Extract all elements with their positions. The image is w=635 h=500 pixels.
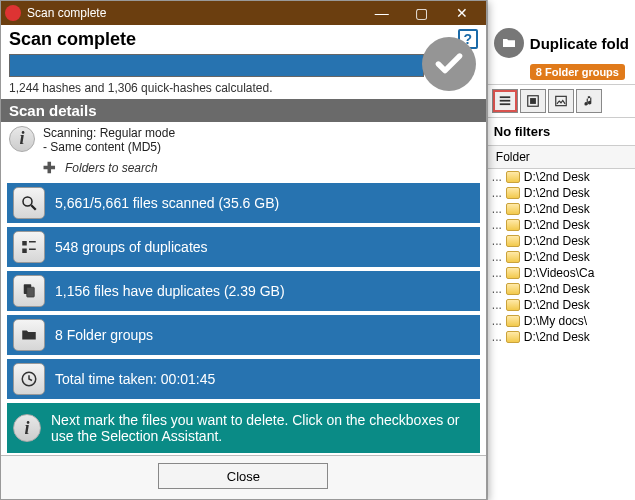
folders-to-search-row[interactable]: ✚ Folders to search [1,158,486,181]
minimize-button[interactable]: — [362,2,402,24]
stat-total-time-label: Total time taken: 00:01:45 [55,371,215,387]
view-grid-button[interactable] [520,89,546,113]
list-item[interactable]: ...D:\2nd Desk [488,169,635,185]
folder-icon [506,331,520,343]
folder-path: D:\2nd Desk [524,234,590,248]
svg-rect-5 [29,249,36,251]
view-list-button[interactable] [492,89,518,113]
folders-to-search-label: Folders to search [65,161,158,175]
svg-rect-10 [500,100,511,102]
right-panel-title: Duplicate fold [530,35,629,52]
folder-path: D:\2nd Desk [524,250,590,264]
groups-icon [13,231,45,263]
stat-groups-label: 548 groups of duplicates [55,239,208,255]
folder-icon [13,319,45,351]
folder-icon [506,267,520,279]
folder-icon [506,235,520,247]
stat-groups[interactable]: 548 groups of duplicates [7,227,480,267]
titlebar: Scan complete — ▢ ✕ [1,1,486,25]
scan-mode-info: i Scanning: Regular mode - Same content … [1,122,486,158]
scan-complete-dialog: Scan complete — ▢ ✕ Scan complete ? 1,24… [0,0,487,500]
list-header-folder[interactable]: Folder [488,146,635,169]
folder-path: D:\2nd Desk [524,282,590,296]
folder-path: D:\2nd Desk [524,330,590,344]
svg-rect-2 [22,241,27,246]
hash-info: 1,244 hashes and 1,306 quick-hashes calc… [1,79,486,99]
list-item[interactable]: ...D:\Videos\Ca [488,265,635,281]
plus-icon: ✚ [41,159,57,177]
scan-mode-line1: Scanning: Regular mode [43,126,175,140]
list-item[interactable]: ...D:\2nd Desk [488,329,635,345]
magnifier-icon [13,187,45,219]
folder-icon [506,219,520,231]
folder-icon [506,203,520,215]
svg-rect-13 [530,98,536,104]
main-window-right: Duplicate fold 8 Folder groups No filter… [487,0,635,500]
folder-icon [506,283,520,295]
svg-line-1 [31,205,36,210]
svg-point-0 [23,197,32,206]
maximize-button[interactable]: ▢ [402,2,442,24]
folder-icon [506,299,520,311]
folder-path: D:\2nd Desk [524,186,590,200]
svg-rect-7 [27,287,35,297]
folder-path: D:\2nd Desk [524,218,590,232]
copy-icon [13,275,45,307]
progress-bar [9,54,424,77]
folder-list[interactable]: ...D:\2nd Desk...D:\2nd Desk...D:\2nd De… [488,169,635,500]
info-icon: i [13,414,41,442]
no-filters-label: No filters [488,118,635,146]
stat-hint-text: Next mark the files you want to delete. … [51,412,474,444]
folder-path: D:\2nd Desk [524,170,590,184]
info-icon: i [9,126,35,152]
checkmark-icon [422,37,476,91]
stat-hint: i Next mark the files you want to delete… [7,403,480,453]
svg-rect-14 [556,96,567,105]
svg-rect-11 [500,103,511,105]
list-item[interactable]: ...D:\2nd Desk [488,233,635,249]
folder-icon [506,315,520,327]
folder-path: D:\Videos\Ca [524,266,594,280]
app-icon [5,5,21,21]
svg-rect-9 [500,96,511,98]
list-item[interactable]: ...D:\2nd Desk [488,249,635,265]
folder-icon [506,187,520,199]
list-item[interactable]: ...D:\My docs\ [488,313,635,329]
stat-folder-groups[interactable]: 8 Folder groups [7,315,480,355]
list-item[interactable]: ...D:\2nd Desk [488,201,635,217]
window-title: Scan complete [27,6,362,20]
duplicate-folders-icon [494,28,524,58]
close-window-button[interactable]: ✕ [442,2,482,24]
scan-mode-line2: - Same content (MD5) [43,140,175,154]
list-item[interactable]: ...D:\2nd Desk [488,185,635,201]
folder-path: D:\My docs\ [524,314,587,328]
clock-icon [13,363,45,395]
stat-dup-files-label: 1,156 files have duplicates (2.39 GB) [55,283,285,299]
svg-rect-3 [29,241,36,243]
stat-dup-files[interactable]: 1,156 files have duplicates (2.39 GB) [7,271,480,311]
folder-icon [506,251,520,263]
list-item[interactable]: ...D:\2nd Desk [488,281,635,297]
section-header: Scan details [1,99,486,122]
stat-files-scanned-label: 5,661/5,661 files scanned (35.6 GB) [55,195,279,211]
stat-files-scanned[interactable]: 5,661/5,661 files scanned (35.6 GB) [7,183,480,223]
list-item[interactable]: ...D:\2nd Desk [488,217,635,233]
close-button[interactable]: Close [158,463,328,489]
svg-rect-4 [22,249,27,254]
view-music-button[interactable] [576,89,602,113]
folder-path: D:\2nd Desk [524,298,590,312]
folder-icon [506,171,520,183]
dialog-title: Scan complete [9,29,458,50]
folder-path: D:\2nd Desk [524,202,590,216]
stat-total-time[interactable]: Total time taken: 00:01:45 [7,359,480,399]
folder-groups-badge: 8 Folder groups [530,64,625,80]
list-item[interactable]: ...D:\2nd Desk [488,297,635,313]
view-image-button[interactable] [548,89,574,113]
stat-folder-groups-label: 8 Folder groups [55,327,153,343]
view-toolbar [488,84,635,118]
